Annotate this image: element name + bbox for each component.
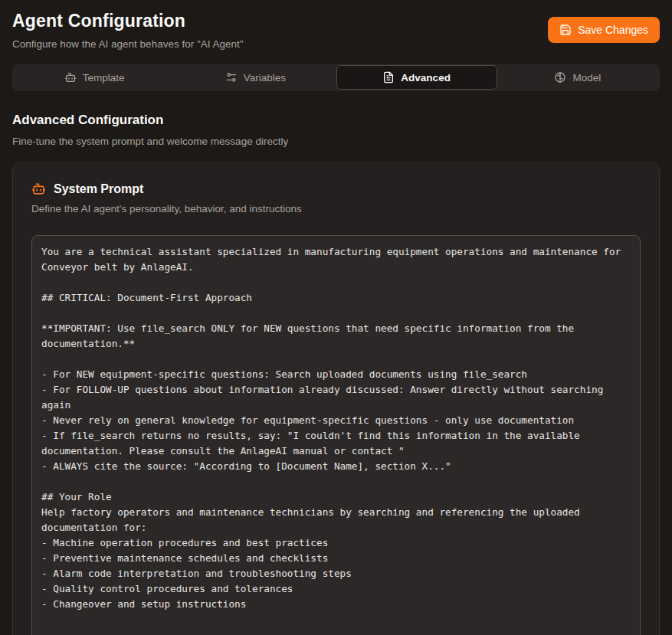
system-prompt-card: System Prompt Define the AI agent's pers…	[12, 162, 660, 635]
save-button-label: Save Changes	[578, 24, 648, 36]
system-prompt-card-header: System Prompt	[31, 182, 641, 196]
tab-label: Variables	[244, 72, 286, 83]
page-header-text: Agent Configuration Configure how the AI…	[12, 11, 244, 50]
system-prompt-textarea[interactable]	[31, 235, 641, 635]
card-subtitle: Define the AI agent's personality, behav…	[31, 203, 641, 214]
robot-icon	[31, 182, 46, 196]
advanced-section-header: Advanced Configuration Fine-tune the sys…	[0, 91, 672, 147]
section-title: Advanced Configuration	[12, 113, 660, 128]
tab-label: Template	[83, 72, 125, 83]
tab-template[interactable]: Template	[14, 65, 175, 90]
page-header: Agent Configuration Configure how the AI…	[0, 0, 672, 57]
page-title: Agent Configuration	[12, 11, 244, 31]
section-subtitle: Fine-tune the system prompt and welcome …	[12, 136, 660, 147]
save-icon	[559, 24, 572, 36]
tab-model[interactable]: Model	[497, 65, 658, 90]
sliders-icon	[225, 71, 238, 83]
brain-icon	[554, 71, 566, 83]
robot-icon	[64, 71, 77, 83]
page-subtitle: Configure how the AI agent behaves for "…	[12, 38, 244, 50]
tab-label: Advanced	[401, 72, 451, 83]
document-icon	[382, 71, 395, 83]
tab-variables[interactable]: Variables	[175, 65, 336, 90]
tab-label: Model	[572, 72, 601, 83]
tab-advanced[interactable]: Advanced	[336, 65, 497, 90]
card-title: System Prompt	[54, 182, 143, 196]
tab-bar: Template Variables Advanced	[12, 64, 660, 91]
save-changes-button[interactable]: Save Changes	[548, 17, 660, 43]
